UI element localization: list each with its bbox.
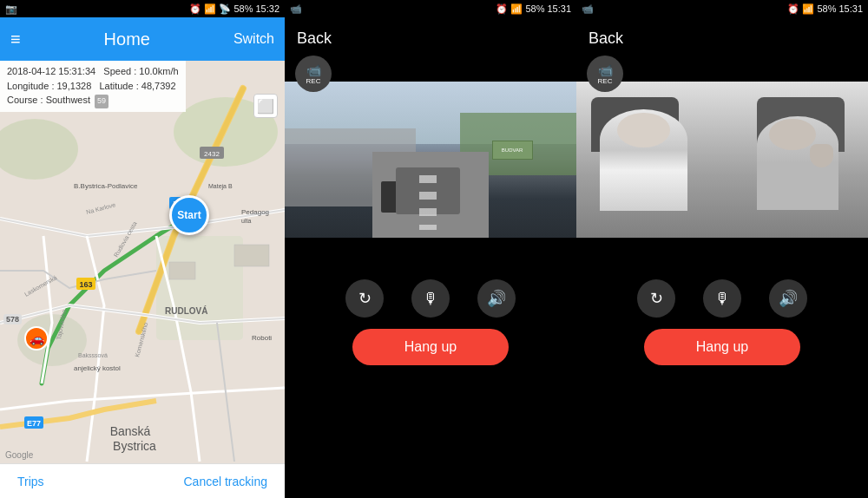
street-markings <box>419 175 437 230</box>
svg-text:B.Bystrica-Podlavice: B.Bystrica-Podlavice <box>74 182 138 190</box>
time-display-map: 15:32 <box>255 3 279 14</box>
alarm-icon-front: ⏰ <box>496 3 508 15</box>
speaker-button-interior[interactable]: 🔊 <box>769 279 807 318</box>
video-controls-interior: ↻ 🎙 🔊 <box>576 272 868 324</box>
video-header-interior: Back <box>576 17 868 56</box>
rotate-icon-interior: ↻ <box>650 289 663 308</box>
menu-icon[interactable]: ≡ <box>10 29 21 49</box>
rec-text-interior: REC <box>598 77 613 85</box>
longitude-value: 19,1328 <box>57 81 92 91</box>
app-header: ≡ Home Switch <box>0 17 285 61</box>
wifi-icon-front: 📶 <box>510 3 523 15</box>
rotate-button-interior[interactable]: ↻ <box>637 279 675 318</box>
svg-rect-30 <box>234 245 269 266</box>
svg-text:anjelický kostol: anjelický kostol <box>74 364 121 372</box>
svg-text:Roboti: Roboti <box>252 334 272 342</box>
rotate-icon-front: ↻ <box>358 289 372 308</box>
speed-value: 10.0km/h <box>139 66 178 76</box>
speed-label: Speed : <box>103 66 136 76</box>
svg-text:2432: 2432 <box>204 150 220 158</box>
start-label: Start <box>177 209 201 221</box>
time-front: 15:31 <box>547 3 571 14</box>
status-right-front: ⏰ 📶 58% 15:31 <box>496 3 571 15</box>
wifi-icon-interior: 📶 <box>802 3 814 15</box>
front-camera-panel: 📹 ⏰ 📶 58% 15:31 Back 📹 REC BUDVAR ↻ <box>285 0 576 498</box>
status-bar-front: 📹 ⏰ 📶 58% 15:31 <box>285 0 576 17</box>
datetime-line: 2018-04-12 15:31:34 Speed : 10.0km/h <box>7 64 179 79</box>
status-bar-interior: 📹 ⏰ 📶 58% 15:31 <box>576 0 868 17</box>
mute-button-interior[interactable]: 🎙 <box>703 279 741 318</box>
signal-icon: 📡 <box>219 3 231 15</box>
rec-text-front: REC <box>306 77 321 85</box>
video-frame-interior <box>576 82 868 238</box>
datetime-value: 2018-04-12 15:31:34 <box>7 66 95 76</box>
battery-front: 58% <box>525 3 544 14</box>
course-badge: 59 <box>95 95 108 108</box>
mute-icon-interior: 🎙 <box>714 290 730 308</box>
street-sign: BUDVAR <box>492 141 533 160</box>
speaker-button-front[interactable]: 🔊 <box>477 279 516 318</box>
svg-text:Pedagog: Pedagog <box>241 208 269 216</box>
road-badge-578: 578 <box>3 314 22 324</box>
time-interior: 15:31 <box>838 3 863 14</box>
mute-button-front[interactable]: 🎙 <box>411 279 450 318</box>
svg-rect-31 <box>169 262 195 279</box>
hangup-button-front[interactable]: Hang up <box>352 329 510 365</box>
status-bar-left: 📷 <box>5 3 17 15</box>
wifi-icon: 📶 <box>204 3 216 15</box>
app-title: Home <box>104 29 150 49</box>
interior-face-right <box>769 119 816 150</box>
status-bar-right: ⏰ 📶 📡 58% 15:32 <box>189 3 279 15</box>
black-bottom-interior <box>576 238 868 272</box>
svg-text:E77: E77 <box>27 419 41 428</box>
google-logo: Google <box>5 450 33 460</box>
course-value: Southwest <box>46 95 90 105</box>
video-controls-front: ↻ 🎙 🔊 <box>285 272 576 324</box>
svg-text:Baksssová: Baksssová <box>78 352 108 358</box>
svg-text:Mateja B: Mateja B <box>208 183 233 190</box>
rotate-button-front[interactable]: ↻ <box>345 279 384 318</box>
info-bar: 2018-04-12 15:31:34 Speed : 10.0km/h Lon… <box>0 61 186 112</box>
back-label-front[interactable]: Back <box>297 29 332 48</box>
svg-text:ulta: ulta <box>241 218 251 224</box>
car-marker: 🚗 <box>24 326 49 351</box>
speaker-icon-interior: 🔊 <box>779 289 798 308</box>
hangup-button-interior[interactable]: Hang up <box>644 329 801 365</box>
battery-interior: 58% <box>817 3 836 14</box>
switch-button[interactable]: Switch <box>233 31 274 47</box>
bottom-bar: Trips Cancel tracking <box>0 463 285 498</box>
interior-hand <box>810 144 833 167</box>
back-label-interior[interactable]: Back <box>589 29 623 48</box>
black-bottom-front <box>285 238 576 272</box>
status-right-interior: ⏰ 📶 58% 15:31 <box>787 3 863 15</box>
latitude-label: Latitude : <box>99 81 138 91</box>
coords-line: Longitude : 19,1328 Latitude : 48,7392 <box>7 79 179 94</box>
cancel-tracking-button[interactable]: Cancel tracking <box>184 475 268 488</box>
camera-icon-front: 📹 <box>290 3 302 15</box>
interior-face-left <box>617 113 669 147</box>
speaker-icon-front: 🔊 <box>487 289 506 308</box>
video-frame-front: BUDVAR <box>285 82 576 238</box>
course-line: Course : Southwest 59 <box>7 93 179 108</box>
svg-text:RUDLOVÁ: RUDLOVÁ <box>165 305 207 316</box>
video-header-front: Back <box>285 17 576 56</box>
trips-button[interactable]: Trips <box>17 475 44 488</box>
map-area[interactable]: R1 163 E77 66 2432 Banská Bystrica RUDLO… <box>0 61 285 463</box>
alarm-icon-interior: ⏰ <box>787 3 799 15</box>
camera-status-icon: 📷 <box>5 3 17 15</box>
hangup-bar-interior: Hang up <box>576 324 868 377</box>
status-bar-map: 📷 ⏰ 📶 📡 58% 15:32 <box>0 0 285 17</box>
svg-text:163: 163 <box>79 280 92 289</box>
mute-icon-front: 🎙 <box>423 290 438 308</box>
course-label: Course : <box>7 95 43 105</box>
map-panel: 📷 ⏰ 📶 📡 58% 15:32 ≡ Home Switch 2018-04-… <box>0 0 285 498</box>
svg-text:Bystrica: Bystrica <box>113 439 156 453</box>
alarm-icon: ⏰ <box>189 3 201 15</box>
overlay-button[interactable]: ⬜ <box>253 94 278 118</box>
latitude-value: 48,7392 <box>141 81 176 91</box>
map-svg: R1 163 E77 66 2432 Banská Bystrica RUDLO… <box>0 61 285 463</box>
rec-button-front[interactable]: 📹 REC <box>295 56 332 92</box>
rec-button-interior[interactable]: 📹 REC <box>587 56 623 92</box>
longitude-label: Longitude : <box>7 81 54 91</box>
rec-camera-icon-interior: 📹 <box>598 63 613 77</box>
